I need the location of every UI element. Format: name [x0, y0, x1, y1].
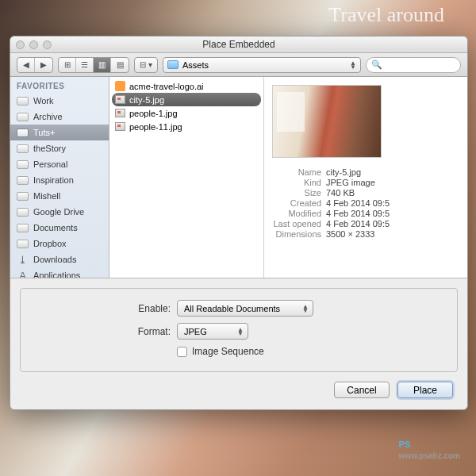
sidebar-item-work[interactable]: Work	[10, 93, 109, 109]
file-item[interactable]: city-5.jpg	[112, 93, 261, 106]
folder-icon	[17, 208, 29, 217]
folder-icon	[17, 129, 29, 137]
file-item[interactable]: people-11.jpg	[109, 120, 263, 133]
enable-select[interactable]: All Readable Documents ▲▼	[177, 300, 313, 317]
file-icon	[114, 121, 125, 132]
icon-view-button[interactable]: ⊞	[59, 58, 76, 72]
updown-icon: ▲▼	[350, 61, 356, 69]
format-label: Format:	[30, 326, 177, 337]
arrange-button: ⊟ ▾	[134, 57, 158, 73]
sidebar: FAVORITES WorkArchiveTuts+theStoryPerson…	[10, 77, 109, 278]
options-panel: Enable: All Readable Documents ▲▼ Format…	[10, 278, 467, 382]
toolbar: ◀ ▶ ⊞ ☰ ▥ ▤ ⊟ ▾ Assets ▲▼ 🔍	[10, 53, 467, 77]
sidebar-item-label: Dropbox	[33, 239, 67, 248]
sidebar-item-label: Archive	[33, 112, 63, 121]
sidebar-item-documents[interactable]: Documents	[10, 220, 109, 236]
background-text: Travel around	[328, 3, 444, 27]
file-name: people-11.jpg	[129, 122, 182, 132]
sidebar-item-label: Inspiration	[33, 175, 74, 185]
sidebar-header: FAVORITES	[10, 77, 109, 93]
preview-pane: Namecity-5.jpg KindJPEG image Size740 KB…	[264, 77, 467, 278]
view-mode-buttons: ⊞ ☰ ▥ ▤	[58, 57, 129, 73]
place-button[interactable]: Place	[397, 382, 453, 398]
folder-icon	[17, 176, 29, 185]
browser-body: FAVORITES WorkArchiveTuts+theStoryPerson…	[10, 77, 467, 278]
arrange-menu[interactable]: ⊟ ▾	[135, 58, 157, 72]
folder-icon	[17, 240, 29, 248]
sidebar-item-label: Mishell	[33, 191, 60, 201]
window-controls	[16, 40, 52, 49]
dialog-buttons: Cancel Place	[10, 382, 467, 409]
coverflow-view-button[interactable]: ▤	[111, 58, 129, 72]
file-name: city-5.jpg	[129, 95, 164, 105]
cancel-button[interactable]: Cancel	[334, 382, 390, 398]
folder-icon	[17, 192, 29, 201]
sidebar-item-label: Tuts+	[33, 128, 55, 137]
sidebar-item-label: theStory	[33, 144, 66, 153]
sidebar-item-personal[interactable]: Personal	[10, 156, 109, 172]
folder-icon	[167, 60, 178, 69]
minimize-icon[interactable]	[29, 40, 38, 49]
forward-button[interactable]: ▶	[35, 58, 52, 72]
format-select[interactable]: JPEG ▲▼	[177, 323, 248, 340]
image-sequence-checkbox[interactable]	[177, 347, 187, 357]
enable-label: Enable:	[30, 303, 177, 314]
file-icon	[114, 108, 125, 119]
file-name: acme-travel-logo.ai	[129, 82, 204, 91]
preview-thumbnail	[272, 85, 382, 158]
sidebar-item-tuts-[interactable]: Tuts+	[10, 125, 109, 140]
folder-icon	[17, 97, 29, 106]
file-name: people-1.jpg	[129, 109, 178, 118]
place-embedded-dialog: Place Embedded ◀ ▶ ⊞ ☰ ▥ ▤ ⊟ ▾ Assets ▲▼…	[10, 36, 468, 410]
sidebar-item-thestory[interactable]: theStory	[10, 140, 109, 156]
image-sequence-label: Image Sequence	[192, 346, 264, 357]
downloads-icon: ⤓	[17, 254, 29, 265]
folder-icon	[17, 160, 29, 169]
sidebar-item-dropbox[interactable]: Dropbox	[10, 236, 109, 251]
search-icon: 🔍	[371, 60, 382, 70]
column-view-button[interactable]: ▥	[94, 58, 111, 72]
folder-icon	[17, 144, 29, 153]
back-button[interactable]: ◀	[17, 58, 35, 72]
sidebar-item-google-drive[interactable]: Google Drive	[10, 204, 109, 220]
sidebar-item-mishell[interactable]: Mishell	[10, 188, 109, 204]
sidebar-item-label: Downloads	[33, 255, 76, 264]
folder-icon	[17, 113, 29, 121]
file-item[interactable]: people-1.jpg	[109, 106, 263, 120]
sidebar-item-label: Personal	[33, 159, 67, 169]
sidebar-item-label: Documents	[33, 223, 78, 232]
location-popup[interactable]: Assets ▲▼	[163, 57, 361, 73]
file-item[interactable]: acme-travel-logo.ai	[109, 79, 263, 93]
sidebar-item-downloads[interactable]: ⤓Downloads	[10, 251, 109, 267]
sidebar-item-applications[interactable]: АApplications	[10, 267, 109, 278]
file-list: acme-travel-logo.aicity-5.jpgpeople-1.jp…	[109, 77, 264, 278]
file-icon	[114, 81, 125, 92]
close-icon[interactable]	[16, 40, 25, 49]
applications-icon: А	[17, 270, 29, 278]
sidebar-item-label: Google Drive	[33, 207, 84, 217]
zoom-icon[interactable]	[43, 40, 52, 49]
watermark: PSwww.psahz.com	[399, 435, 460, 460]
sidebar-item-archive[interactable]: Archive	[10, 109, 109, 125]
location-label: Assets	[182, 60, 209, 70]
file-metadata: Namecity-5.jpg KindJPEG image Size740 KB…	[272, 167, 459, 239]
sidebar-item-label: Applications	[33, 271, 80, 278]
nav-buttons: ◀ ▶	[17, 57, 53, 73]
sidebar-item-inspiration[interactable]: Inspiration	[10, 172, 109, 188]
folder-icon	[17, 224, 29, 232]
search-input[interactable]: 🔍	[366, 57, 461, 73]
list-view-button[interactable]: ☰	[76, 58, 94, 72]
file-icon	[114, 94, 125, 106]
sidebar-item-label: Work	[33, 96, 53, 106]
titlebar[interactable]: Place Embedded	[10, 36, 467, 53]
dialog-title: Place Embedded	[10, 39, 467, 50]
